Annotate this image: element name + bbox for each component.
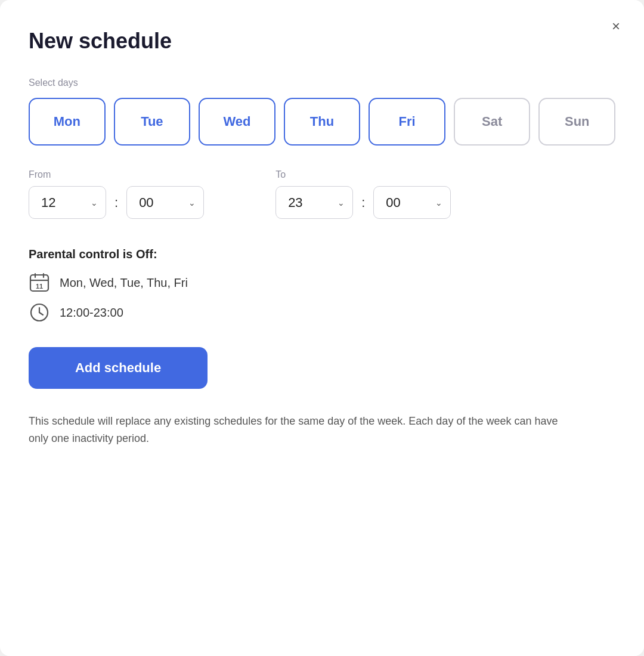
new-schedule-modal: × New schedule Select days Mon Tue Wed T… bbox=[0, 0, 644, 656]
svg-text:11: 11 bbox=[36, 283, 43, 290]
from-group: From 12 00 01 02 03 04 05 06 07 08 09 bbox=[29, 169, 204, 219]
add-schedule-button[interactable]: Add schedule bbox=[29, 347, 208, 389]
calendar-icon: 11 bbox=[29, 272, 50, 293]
to-label: To bbox=[275, 169, 451, 180]
clock-icon bbox=[29, 302, 50, 323]
days-row: Mon Tue Wed Thu Fri Sat Sun bbox=[29, 98, 615, 146]
modal-title: New schedule bbox=[29, 29, 615, 54]
to-separator: : bbox=[361, 195, 365, 211]
day-sun-button[interactable]: Sun bbox=[538, 98, 615, 146]
to-group: To 23 00 01 02 03 04 05 06 07 08 09 bbox=[275, 169, 451, 219]
footnote-text: This schedule will replace any existing … bbox=[29, 413, 565, 447]
to-hour-select[interactable]: 23 00 01 02 03 04 05 06 07 08 09 10 11 1… bbox=[275, 186, 353, 219]
day-wed-button[interactable]: Wed bbox=[199, 98, 275, 146]
from-label: From bbox=[29, 169, 204, 180]
to-controls: 23 00 01 02 03 04 05 06 07 08 09 10 11 1… bbox=[275, 186, 451, 219]
close-button[interactable]: × bbox=[609, 17, 623, 36]
svg-line-7 bbox=[39, 312, 43, 315]
from-minute-select[interactable]: 00 15 30 45 bbox=[126, 186, 204, 219]
to-minute-wrapper: 00 15 30 45 ⌄ bbox=[373, 186, 451, 219]
from-hour-wrapper: 12 00 01 02 03 04 05 06 07 08 09 10 11 1… bbox=[29, 186, 106, 219]
from-hour-select[interactable]: 12 00 01 02 03 04 05 06 07 08 09 10 11 1… bbox=[29, 186, 106, 219]
days-section-label: Select days bbox=[29, 78, 615, 88]
parental-time-row: 12:00-23:00 bbox=[29, 302, 615, 323]
day-mon-button[interactable]: Mon bbox=[29, 98, 106, 146]
parental-time-text: 12:00-23:00 bbox=[60, 306, 123, 320]
parental-days-row: 11 Mon, Wed, Tue, Thu, Fri bbox=[29, 272, 615, 293]
from-controls: 12 00 01 02 03 04 05 06 07 08 09 10 11 1… bbox=[29, 186, 204, 219]
time-section: From 12 00 01 02 03 04 05 06 07 08 09 bbox=[29, 169, 615, 219]
parental-info-section: Parental control is Off: 11 Mon, Wed, Tu… bbox=[29, 247, 615, 323]
day-tue-button[interactable]: Tue bbox=[114, 98, 191, 146]
parental-control-title: Parental control is Off: bbox=[29, 247, 615, 261]
day-sat-button[interactable]: Sat bbox=[454, 98, 531, 146]
day-fri-button[interactable]: Fri bbox=[369, 98, 445, 146]
day-thu-button[interactable]: Thu bbox=[284, 98, 361, 146]
from-minute-wrapper: 00 15 30 45 ⌄ bbox=[126, 186, 204, 219]
parental-days-text: Mon, Wed, Tue, Thu, Fri bbox=[60, 276, 188, 290]
to-minute-select[interactable]: 00 15 30 45 bbox=[373, 186, 451, 219]
from-separator: : bbox=[114, 195, 118, 211]
to-hour-wrapper: 23 00 01 02 03 04 05 06 07 08 09 10 11 1… bbox=[275, 186, 353, 219]
